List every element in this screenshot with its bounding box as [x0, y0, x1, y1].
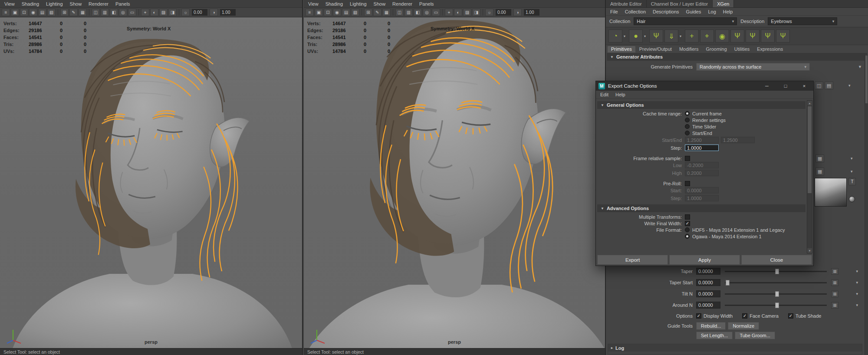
- close-button[interactable]: ×: [801, 83, 807, 89]
- texture-map-icon[interactable]: ▦: [831, 279, 838, 286]
- multiple-transforms-checkbox[interactable]: [685, 214, 690, 220]
- maximize-button[interactable]: □: [783, 83, 789, 89]
- taper-slider[interactable]: [725, 271, 827, 272]
- gate-mask-icon[interactable]: ◧: [414, 9, 422, 16]
- tab-expressions[interactable]: Expressions: [753, 46, 786, 53]
- menu-file[interactable]: File: [610, 9, 618, 14]
- dialog-scrollbar[interactable]: ▴ ▾: [807, 100, 812, 253]
- slider-handle[interactable]: [775, 269, 779, 274]
- slider-handle[interactable]: [775, 291, 779, 297]
- time-slider-radio[interactable]: [685, 124, 690, 129]
- chevron-down-icon[interactable]: ▾: [856, 303, 858, 307]
- gamma-field[interactable]: 1.00: [220, 9, 236, 16]
- texture-button[interactable]: T: [848, 178, 856, 185]
- face-camera-checkbox[interactable]: ✓: [742, 313, 747, 319]
- display-width-checkbox[interactable]: ✓: [696, 313, 701, 319]
- slider-handle[interactable]: [726, 280, 730, 286]
- camera-attributes-icon[interactable]: ◉: [333, 9, 341, 16]
- point-probe-icon[interactable]: ⌖: [700, 30, 714, 43]
- menu-edit[interactable]: Edit: [600, 92, 608, 97]
- generator-attributes-header[interactable]: ▼ Generator Attributes: [607, 53, 867, 61]
- description-dropdown[interactable]: Eyebrows ▾: [768, 17, 837, 25]
- isolate-select-icon[interactable]: ◐: [150, 9, 158, 16]
- exposure-icon[interactable]: ☼: [181, 9, 190, 16]
- menu-collection[interactable]: Collection: [625, 9, 646, 14]
- apply-button[interactable]: Apply: [669, 255, 740, 265]
- menu-view[interactable]: View: [308, 1, 319, 7]
- advanced-options-header[interactable]: ▼ Advanced Options: [597, 204, 806, 212]
- scroll-down-icon[interactable]: ▾: [807, 248, 812, 253]
- texture-map-icon[interactable]: ▦: [831, 302, 838, 309]
- menu-show[interactable]: Show: [374, 1, 386, 7]
- menu-panels[interactable]: Panels: [115, 1, 130, 7]
- slider-handle[interactable]: [775, 302, 779, 308]
- chevron-down-icon[interactable]: ▾: [856, 280, 858, 285]
- gamma-icon[interactable]: ◑: [513, 9, 522, 16]
- export-button[interactable]: Export: [597, 255, 668, 265]
- menu-lighting[interactable]: Lighting: [350, 1, 367, 7]
- around-n-slider[interactable]: [725, 305, 827, 306]
- menu-grip-icon[interactable]: ≡: [2, 9, 10, 16]
- export-patches-icon[interactable]: Ψ: [649, 30, 663, 43]
- menu-view[interactable]: View: [4, 1, 15, 7]
- two-d-pan-zoom-icon[interactable]: ⊞: [60, 9, 69, 16]
- save-icon[interactable]: ◫: [815, 82, 823, 89]
- minimize-button[interactable]: ─: [764, 83, 770, 89]
- tube-shade-checkbox[interactable]: ✓: [788, 313, 793, 319]
- scroll-up-icon[interactable]: ▴: [807, 101, 812, 105]
- tab-attribute-editor[interactable]: Attribute Editor: [606, 0, 647, 7]
- safe-title-icon[interactable]: ▭: [128, 9, 136, 16]
- guides-visibility-icon[interactable]: Ψ: [730, 30, 744, 43]
- preroll-checkbox[interactable]: [685, 181, 690, 186]
- select-camera-icon[interactable]: ▣: [315, 9, 323, 16]
- bookmark-icon[interactable]: ▤: [38, 9, 46, 16]
- menu-grip-icon[interactable]: ≡: [306, 9, 314, 16]
- folder-icon[interactable]: ▤: [825, 82, 833, 89]
- menu-shading[interactable]: Shading: [326, 1, 343, 7]
- high-field[interactable]: 0.2000: [685, 170, 719, 176]
- exposure-icon[interactable]: ☼: [485, 9, 493, 16]
- step-field[interactable]: 1.0000: [685, 145, 719, 151]
- menu-renderer[interactable]: Renderer: [89, 1, 108, 7]
- chevron-down-icon[interactable]: ▾: [851, 169, 853, 174]
- chevron-down-icon[interactable]: ▾: [644, 34, 648, 38]
- start-field[interactable]: 1.2500: [685, 137, 719, 143]
- collection-dropdown[interactable]: Hair ▾: [634, 17, 737, 25]
- gate-mask-icon[interactable]: ◧: [110, 9, 118, 16]
- color-swatch[interactable]: [849, 196, 855, 202]
- import-guides-icon[interactable]: ⇓: [664, 30, 678, 43]
- dialog-titlebar[interactable]: M Export Cache Options ─ □ ×: [596, 81, 813, 91]
- log-header[interactable]: ▸ Log: [608, 344, 862, 352]
- xray-icon[interactable]: ▨: [463, 9, 471, 16]
- exposure-field[interactable]: 0.00: [496, 9, 511, 16]
- film-gate-icon[interactable]: ◫: [395, 9, 404, 16]
- frame-all-icon[interactable]: ⌖: [445, 9, 453, 16]
- isolate-select-icon[interactable]: ◐: [454, 9, 462, 16]
- chevron-down-icon[interactable]: ▾: [848, 83, 851, 88]
- bookmark-icon[interactable]: ▤: [342, 9, 350, 16]
- wireframe-on-shaded-icon[interactable]: ◨: [168, 9, 177, 16]
- texture-map-icon[interactable]: ▦: [831, 268, 838, 275]
- frame-all-icon[interactable]: ⌖: [141, 9, 149, 16]
- lock-camera-icon[interactable]: ⊡: [324, 9, 332, 16]
- image-plane-icon[interactable]: ▧: [351, 9, 359, 16]
- taper-start-field[interactable]: 0.0000: [696, 279, 720, 286]
- grease-pencil-icon[interactable]: ✎: [69, 9, 78, 16]
- menu-help[interactable]: Help: [723, 9, 733, 14]
- lamp-icon[interactable]: ◉: [715, 30, 729, 43]
- menu-guides[interactable]: Guides: [686, 9, 701, 14]
- taper-start-slider[interactable]: [725, 282, 827, 283]
- preview-sphere-icon[interactable]: ●: [629, 30, 643, 43]
- menu-shading[interactable]: Shading: [22, 1, 39, 7]
- update-preview-icon[interactable]: ◔: [608, 30, 622, 43]
- write-final-width-checkbox[interactable]: ✓: [685, 221, 690, 226]
- menu-lighting[interactable]: Lighting: [46, 1, 63, 7]
- preroll-start-field[interactable]: 0.0000: [685, 187, 719, 194]
- generate-primitives-dropdown[interactable]: Randomly across the surface ▾: [696, 63, 810, 71]
- grass-guides-icon[interactable]: Ψ: [776, 30, 790, 43]
- camera-attributes-icon[interactable]: ◉: [29, 9, 37, 16]
- tube-groom-button[interactable]: Tube Groom...: [735, 332, 775, 339]
- select-camera-icon[interactable]: ▣: [11, 9, 19, 16]
- scrollbar-thumb[interactable]: [808, 106, 812, 193]
- safe-title-icon[interactable]: ▭: [432, 9, 440, 16]
